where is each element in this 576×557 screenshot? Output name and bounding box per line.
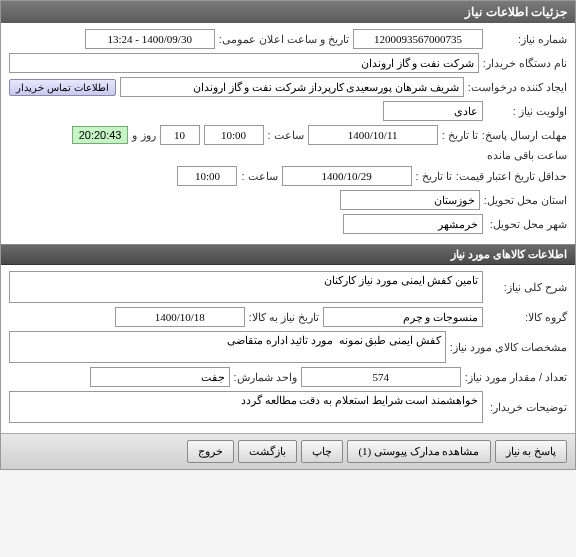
deadline-date-field[interactable] — [308, 125, 438, 145]
desc-label: شرح کلی نیاز: — [487, 281, 567, 294]
desc-field[interactable] — [9, 271, 483, 303]
need-date-field[interactable] — [115, 307, 245, 327]
validity-label: حداقل تاریخ اعتبار قیمت: — [456, 170, 567, 183]
announce-label: تاریخ و ساعت اعلان عمومی: — [219, 33, 349, 46]
priority-label: اولویت نیاز : — [487, 105, 567, 118]
spec-label: مشخصات کالای مورد نیاز: — [450, 341, 567, 354]
validity-time-field[interactable] — [177, 166, 237, 186]
province-field[interactable] — [340, 190, 480, 210]
attachments-button[interactable]: مشاهده مدارک پیوستی (1) — [347, 440, 490, 463]
creator-field[interactable] — [120, 77, 464, 97]
spec-field[interactable] — [9, 331, 446, 363]
group-label: گروه کالا: — [487, 311, 567, 324]
unit-field[interactable] — [90, 367, 230, 387]
deadline-label: مهلت ارسال پاسخ: — [482, 129, 567, 142]
notes-field[interactable] — [9, 391, 483, 423]
days-field[interactable] — [160, 125, 200, 145]
remaining-label: ساعت باقی مانده — [487, 149, 567, 162]
group-field[interactable] — [323, 307, 483, 327]
city-label: شهر محل تحویل: — [487, 218, 567, 231]
contact-button[interactable]: اطلاعات تماس خریدار — [9, 79, 116, 96]
back-button[interactable]: بازگشت — [238, 440, 297, 463]
need-number-label: شماره نیاز: — [487, 33, 567, 46]
buyer-label: نام دستگاه خریدار: — [483, 57, 567, 70]
creator-label: ایجاد کننده درخواست: — [468, 81, 567, 94]
province-label: استان محل تحویل: — [484, 194, 567, 207]
time-label-1: ساعت : — [268, 129, 304, 142]
validity-date-field[interactable] — [282, 166, 412, 186]
countdown-badge: 20:20:43 — [72, 126, 129, 144]
unit-label: واحد شمارش: — [234, 371, 297, 384]
qty-field[interactable] — [301, 367, 461, 387]
goods-section-header: اطلاعات کالاهای مورد نیاز — [1, 244, 575, 265]
footer-toolbar: پاسخ به نیاز مشاهده مدارک پیوستی (1) چاپ… — [1, 433, 575, 469]
need-number-field[interactable] — [353, 29, 483, 49]
exit-button[interactable]: خروج — [187, 440, 234, 463]
days-label: روز و — [132, 129, 155, 142]
until-label-1: تا تاریخ : — [442, 129, 478, 142]
print-button[interactable]: چاپ — [301, 440, 343, 463]
city-field[interactable] — [343, 214, 483, 234]
notes-label: توضیحات خریدار: — [487, 401, 567, 414]
respond-button[interactable]: پاسخ به نیاز — [495, 440, 568, 463]
priority-field[interactable] — [383, 101, 483, 121]
until-label-2: تا تاریخ : — [416, 170, 452, 183]
announce-field[interactable] — [85, 29, 215, 49]
window-title: جزئیات اطلاعات نیاز — [1, 1, 575, 23]
qty-label: تعداد / مقدار مورد نیاز: — [465, 371, 567, 384]
deadline-time-field[interactable] — [204, 125, 264, 145]
time-label-2: ساعت : — [241, 170, 277, 183]
buyer-field[interactable] — [9, 53, 479, 73]
need-date-label: تاریخ نیاز به کالا: — [249, 311, 319, 324]
